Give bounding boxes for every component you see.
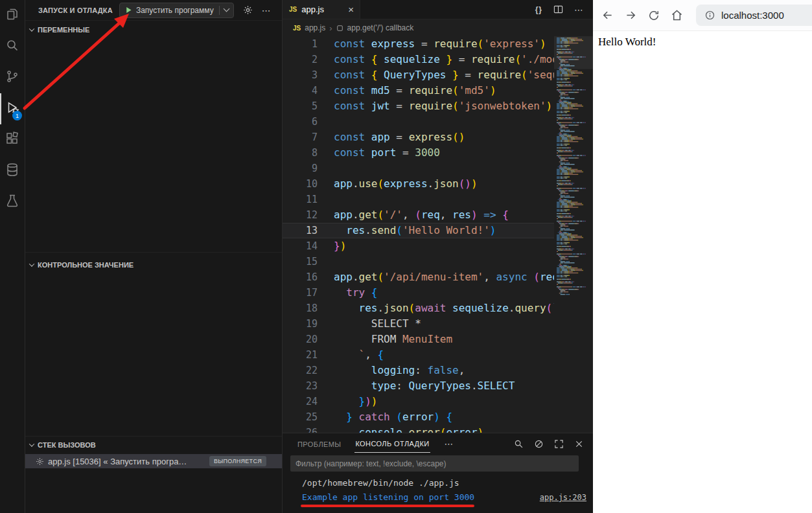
code-line-17[interactable]: 17 try { — [283, 285, 593, 301]
line-number: 17 — [283, 285, 334, 301]
breadcrumb-file[interactable]: app.js — [305, 23, 325, 32]
console-text: /opt/homebrew/bin/node ./app.js — [302, 476, 459, 490]
console-filter[interactable] — [290, 455, 579, 472]
more-actions-icon[interactable]: ⋯ — [574, 5, 584, 15]
run-config-label: Запустить программу — [136, 6, 214, 15]
call-stack-session-row[interactable]: app.js [15036] « Запустить програ… ВЫПОЛ… — [25, 454, 282, 468]
info-icon[interactable] — [704, 10, 715, 21]
watch-section-header[interactable]: КОНТРОЛЬНОЕ ЗНАЧЕНИЕ — [25, 258, 282, 271]
split-editor-icon[interactable] — [553, 5, 563, 14]
code-line-16[interactable]: 16app.get('/api/menu-item', async (req, … — [283, 269, 593, 285]
activity-explorer[interactable] — [0, 0, 25, 31]
forward-icon[interactable] — [624, 8, 638, 22]
code-line-3[interactable]: 3const { QueryTypes } = require('sequeli… — [283, 67, 593, 83]
code-line-14[interactable]: 14}) — [283, 238, 593, 254]
editor-actions: {} ⋯ — [535, 0, 593, 19]
bottom-panel: ПРОБЛЕМЫКОНСОЛЬ ОТЛАДКИ ⋯ — [283, 433, 593, 513]
breadcrumb[interactable]: JS app.js › app.get('/') callback — [283, 19, 593, 36]
code-text: try { — [334, 285, 377, 301]
minimap[interactable] — [554, 36, 593, 433]
close-panel-icon[interactable] — [574, 439, 584, 449]
code-line-12[interactable]: 12app.get('/', (req, res) => { — [283, 207, 593, 223]
maximize-panel-icon[interactable] — [554, 439, 564, 449]
code-line-5[interactable]: 5const jwt = require('jsonwebtoken') — [283, 98, 593, 114]
code-text: const { sequelize } = require('./models'… — [334, 52, 590, 67]
activity-testing[interactable] — [0, 187, 25, 218]
activity-run-debug[interactable]: 1 — [0, 93, 25, 124]
console-line: /opt/homebrew/bin/node ./app.js — [302, 476, 593, 490]
activity-extensions[interactable] — [0, 124, 25, 155]
code-line-25[interactable]: 25 } catch (error) { — [283, 409, 593, 425]
activity-database[interactable] — [0, 155, 25, 187]
running-status-badge: ВЫПОЛНЯЕТСЯ — [209, 456, 266, 466]
code-line-15[interactable]: 15 — [283, 254, 593, 269]
code-text: res.json(await sequelize.query(` — [334, 301, 559, 316]
files-icon — [5, 6, 20, 25]
debug-settings-gear-icon[interactable] — [243, 5, 253, 15]
panel-tab-bar: ПРОБЛЕМЫКОНСОЛЬ ОТЛАДКИ ⋯ — [283, 433, 593, 454]
console-output[interactable]: /opt/homebrew/bin/node ./app.jsExample a… — [283, 476, 593, 513]
line-number: 23 — [283, 378, 334, 394]
breadcrumb-symbol[interactable]: app.get('/') callback — [347, 23, 414, 32]
code-line-22[interactable]: 22 logging: false, — [283, 363, 593, 378]
code-line-21[interactable]: 21 `, { — [283, 347, 593, 363]
sidebar-header: ЗАПУСК И ОТЛАДКА Запустить программу ⋯ — [25, 0, 282, 21]
code-line-10[interactable]: 10app.use(express.json()) — [283, 176, 593, 192]
activity-source-control[interactable] — [0, 62, 25, 93]
code-line-9[interactable]: 9 — [283, 161, 593, 176]
code-text: }) — [334, 238, 346, 254]
close-tab-icon[interactable]: × — [348, 5, 354, 14]
line-number: 21 — [283, 347, 334, 363]
tab-label: app.js — [301, 5, 324, 14]
test-flask-icon — [5, 193, 20, 211]
code-line-11[interactable]: 11 — [283, 192, 593, 207]
chevron-down-icon[interactable] — [223, 5, 229, 12]
call-stack-section-header[interactable]: СТЕК ВЫЗОВОВ — [25, 439, 282, 451]
back-icon[interactable] — [601, 8, 614, 22]
code-line-26[interactable]: 26 console.error(error) — [283, 425, 593, 433]
code-lines: 1const express = require('express')2cons… — [283, 36, 593, 433]
code-line-1[interactable]: 1const express = require('express') — [283, 36, 593, 52]
refresh-icon[interactable] — [647, 9, 660, 22]
code-line-4[interactable]: 4const md5 = require('md5') — [283, 83, 593, 98]
page-text: Hello World! — [598, 36, 656, 48]
home-icon[interactable] — [670, 8, 684, 22]
code-line-6[interactable]: 6 — [283, 114, 593, 130]
code-line-20[interactable]: 20 FROM MenuItem — [283, 332, 593, 347]
url-text[interactable]: localhost:3000 — [721, 10, 784, 21]
code-line-8[interactable]: 8const port = 3000 — [283, 145, 593, 161]
run-program-button[interactable]: Запустить программу — [119, 3, 234, 18]
activity-search[interactable] — [0, 31, 25, 62]
code-line-18[interactable]: 18 res.json(await sequelize.query(` — [283, 301, 593, 316]
activity-bar: 1 — [0, 0, 25, 513]
code-line-19[interactable]: 19 SELECT * — [283, 316, 593, 332]
find-icon[interactable] — [514, 439, 524, 449]
console-source-link[interactable]: app.js:203 — [540, 490, 586, 505]
braces-icon[interactable]: {} — [535, 5, 542, 14]
line-number: 9 — [283, 161, 334, 176]
browser-window: localhost:3000 Hello World! — [593, 0, 812, 513]
address-bar[interactable]: localhost:3000 — [696, 5, 812, 26]
code-line-7[interactable]: 7const app = express() — [283, 130, 593, 145]
variables-section-header[interactable]: ПЕРЕМЕННЫЕ — [25, 23, 282, 36]
code-line-2[interactable]: 2const { sequelize } = require('./models… — [283, 52, 593, 67]
code-text: SELECT * — [334, 316, 421, 332]
console-filter-input[interactable] — [296, 459, 574, 468]
clear-console-icon[interactable] — [534, 439, 544, 449]
browser-page: Hello World! — [593, 31, 812, 513]
panel-tab-1[interactable]: КОНСОЛЬ ОТЛАДКИ — [354, 435, 430, 453]
console-text: Example app listening on port 3000 — [302, 490, 474, 505]
sidebar-more-actions-icon[interactable]: ⋯ — [262, 5, 272, 16]
code-editor[interactable]: 1const express = require('express')2cons… — [283, 36, 593, 433]
code-line-13[interactable]: 13 res.send('Hello World!') — [283, 223, 593, 238]
panel-more-tabs-icon[interactable]: ⋯ — [445, 439, 454, 449]
line-number: 13 — [283, 223, 334, 238]
code-line-23[interactable]: 23 type: QueryTypes.SELECT — [283, 378, 593, 394]
line-number: 15 — [283, 254, 334, 269]
code-text: const express = require('express') — [334, 36, 546, 52]
tab-app-js[interactable]: JS app.js × — [283, 0, 360, 19]
panel-tab-0[interactable]: ПРОБЛЕМЫ — [297, 435, 342, 453]
code-text: const port = 3000 — [334, 145, 440, 161]
code-line-24[interactable]: 24 })) — [283, 394, 593, 409]
line-number: 2 — [283, 52, 334, 67]
